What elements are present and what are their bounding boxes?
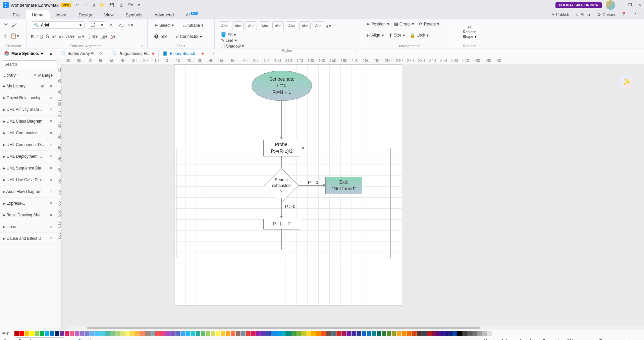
page-nav-icon[interactable]: ▯◂▸ [3, 338, 11, 340]
color-swatch[interactable] [276, 331, 281, 336]
color-swatch[interactable] [14, 331, 19, 336]
color-swatch[interactable] [130, 331, 135, 336]
color-swatch[interactable] [341, 331, 346, 336]
start-terminator[interactable]: Set bounds: L:=0 R:=N + 1 [252, 71, 312, 101]
color-swatch[interactable] [472, 331, 477, 336]
color-swatch[interactable] [427, 331, 432, 336]
color-swatch[interactable] [392, 331, 396, 336]
fill-button[interactable]: 🪣 Fill ▾ [221, 32, 244, 37]
color-swatch[interactable] [357, 331, 361, 336]
color-swatch[interactable] [216, 331, 220, 336]
color-swatch[interactable] [90, 331, 95, 336]
subscript-icon[interactable]: x₂ [59, 33, 63, 40]
library-item[interactable]: ▸ UML Component D...✕ [0, 139, 56, 151]
cut-icon[interactable]: ✂ [4, 21, 8, 27]
scrollbar-horizontal[interactable] [67, 326, 644, 330]
focus-button[interactable]: ⛶ Focus [537, 339, 553, 340]
bold-icon[interactable]: B [31, 33, 34, 39]
color-swatch[interactable] [346, 331, 351, 336]
minimize-icon[interactable]: ─ [619, 3, 622, 7]
line-spacing-icon[interactable]: ≣▾ [77, 33, 85, 40]
color-swatch[interactable] [331, 331, 336, 336]
present-icon[interactable]: ▷ [558, 338, 562, 340]
rotate-button[interactable]: ⟳ Rotate▾ [419, 21, 439, 26]
color-swatch[interactable] [256, 331, 261, 336]
collapse-ribbon-icon[interactable]: ⌃ [634, 12, 637, 17]
connector[interactable] [281, 229, 282, 250]
color-swatch[interactable] [362, 331, 366, 336]
color-swatch[interactable] [45, 331, 49, 336]
lib-close-icon[interactable]: ✕ [49, 84, 53, 88]
color-swatch[interactable] [447, 331, 452, 336]
more-icon[interactable]: ▾ [138, 3, 140, 7]
new-icon[interactable]: ⊞ [92, 3, 95, 7]
process-exit[interactable]: Exit: "Not found" [325, 177, 362, 194]
color-swatch[interactable] [316, 331, 321, 336]
color-swatch[interactable] [105, 331, 110, 336]
library-item[interactable]: ▸ Cause and Effect D✕ [0, 233, 56, 245]
underline-icon[interactable]: U [40, 33, 43, 39]
color-swatch[interactable] [185, 331, 190, 336]
ai-magic-button[interactable]: ✨ [619, 74, 634, 89]
menu-design[interactable]: Design [72, 10, 98, 19]
menu-file[interactable]: File [7, 10, 26, 19]
menu-ai[interactable]: AIhot [180, 10, 204, 19]
color-swatch[interactable] [442, 331, 447, 336]
font-color-icon[interactable]: A▾ [110, 33, 116, 40]
bullets-icon[interactable]: ⋮≡▾ [87, 33, 98, 40]
lib-plus-icon[interactable]: + [46, 84, 48, 88]
style-scroll-icon[interactable]: ▴▾ [326, 23, 331, 29]
maximize-icon[interactable]: ❐ [628, 3, 632, 7]
align-text-icon[interactable]: ≡▾ [128, 22, 133, 28]
lib-close-icon[interactable]: ✕ [49, 131, 53, 135]
replace-shape-icon[interactable]: ⇄ [468, 23, 472, 29]
color-swatch[interactable] [311, 331, 316, 336]
symbol-search-input[interactable] [2, 60, 56, 68]
font-size-select[interactable]: 12▾ [88, 21, 106, 29]
tab-close-icon[interactable]: ✕ [100, 51, 103, 56]
doc-tab-1[interactable]: 📄Programming Fl... [107, 50, 159, 57]
color-swatch[interactable] [467, 331, 472, 336]
color-swatch[interactable] [55, 331, 59, 336]
color-swatch[interactable] [35, 331, 39, 336]
help-icon[interactable]: ? [622, 12, 628, 17]
color-swatch[interactable] [432, 331, 437, 336]
lib-close-icon[interactable]: ✕ [49, 154, 53, 159]
expand-styles-icon[interactable]: ⤢ [355, 49, 358, 53]
lib-close-icon[interactable]: ✕ [49, 213, 53, 217]
color-swatch[interactable] [412, 331, 417, 336]
superscript-icon[interactable]: x² [52, 33, 56, 39]
color-swatch[interactable] [241, 331, 246, 336]
lib-add-icon[interactable]: ⊕ [41, 84, 44, 88]
text-tool[interactable]: 🅣 Text [152, 33, 170, 41]
color-swatch[interactable] [231, 331, 235, 336]
color-swatch[interactable] [191, 331, 195, 336]
library-item[interactable]: ▸ UML Activity State ...✕ [0, 104, 56, 116]
color-swatch[interactable] [211, 331, 215, 336]
paste-icon[interactable]: 📋▾ [10, 33, 19, 39]
library-item[interactable]: ▸ UML Use Case Dia...✕ [0, 174, 56, 186]
strike-icon[interactable]: S̶ [46, 33, 49, 40]
color-swatch[interactable] [60, 331, 64, 336]
color-swatch[interactable] [336, 331, 341, 336]
shape-tool[interactable]: ▭ Shape ▾ [180, 21, 206, 29]
position-button[interactable]: ⬌ Position▾ [366, 21, 389, 26]
color-swatch[interactable] [326, 331, 331, 336]
add-tab-button[interactable]: + [208, 50, 220, 57]
connector[interactable] [304, 148, 391, 148]
doc-tab-0[interactable]: 📄Sorted Array Al...✕ [56, 50, 107, 57]
lib-close-icon[interactable]: ✕ [49, 107, 53, 112]
lib-close-icon[interactable]: ✕ [49, 224, 53, 229]
highlight-icon[interactable]: ab▾ [101, 33, 108, 40]
library-item[interactable]: ▸ UML Communicati...✕ [0, 127, 56, 139]
color-swatch[interactable] [221, 331, 225, 336]
color-swatch[interactable] [9, 331, 14, 336]
size-button[interactable]: ⬍ Size▾ [389, 33, 405, 38]
page-tab-active[interactable]: Page-1 [73, 339, 96, 340]
color-swatch[interactable] [246, 331, 251, 336]
color-swatch[interactable] [286, 331, 291, 336]
connector[interactable] [281, 101, 282, 138]
copy-icon[interactable]: ⎘ [4, 33, 7, 39]
color-swatch[interactable] [65, 331, 69, 336]
lib-close-icon[interactable]: ✕ [49, 142, 53, 147]
